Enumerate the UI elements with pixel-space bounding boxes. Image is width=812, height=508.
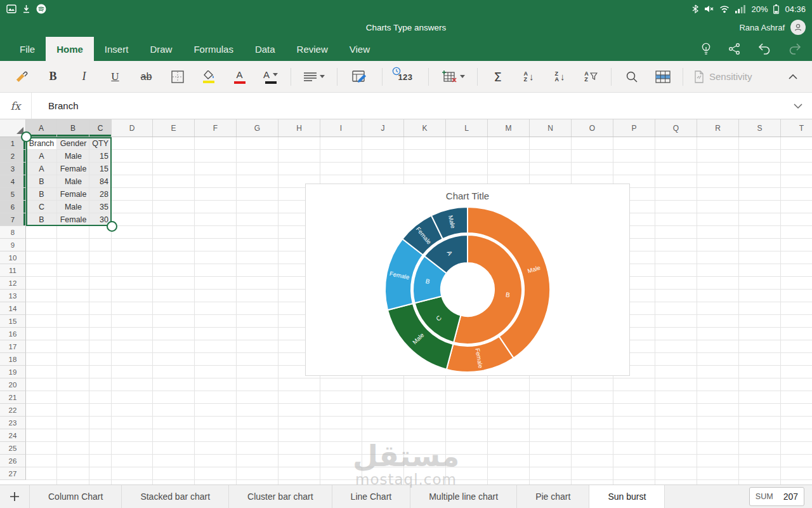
format-painter-button[interactable] [6, 61, 37, 93]
bold-button[interactable]: B [37, 61, 69, 93]
row-header-12[interactable]: 12 [0, 277, 26, 290]
column-header-S[interactable]: S [739, 119, 781, 137]
row-header-16[interactable]: 16 [0, 328, 26, 340]
formula-input[interactable]: Branch [32, 100, 784, 111]
row-header-3[interactable]: 3 [0, 163, 26, 175]
undo-icon[interactable] [757, 43, 771, 55]
ribbon-tab-formulas[interactable]: Formulas [183, 37, 244, 61]
row-header-27[interactable]: 27 [0, 467, 26, 480]
cell-styles-button[interactable] [342, 61, 377, 93]
home-toolbar: B I U ab A A [0, 61, 812, 93]
ribbon-tab-home[interactable]: Home [46, 37, 94, 61]
account-chip[interactable]: Rana Ashraf [739, 18, 806, 37]
sheet-tab-stacked-bar-chart[interactable]: Stacked bar chart [121, 485, 228, 508]
spreadsheet-grid[interactable]: BranchGenderQTYAMale15AFemale15BMale84BF… [0, 119, 812, 485]
column-header-C[interactable]: C [89, 119, 112, 137]
column-header-D[interactable]: D [112, 119, 153, 137]
underline-button[interactable]: U [100, 61, 131, 93]
sheet-tab-sun-burst[interactable]: Sun burst [589, 485, 665, 508]
ribbon-tab-file[interactable]: File [9, 37, 46, 61]
freeze-panes-button[interactable] [647, 61, 678, 93]
selection-handle-top-left[interactable] [21, 131, 32, 142]
sheet-tab-cluster-bar-chart[interactable]: Cluster bar chart [228, 485, 331, 508]
sunburst-chart-object[interactable]: Chart Title BMaleFemaleCMaleBFemaleAFema… [305, 184, 630, 376]
ribbon-tab-draw[interactable]: Draw [139, 37, 183, 61]
autosum-button[interactable]: Σ [482, 61, 513, 93]
row-header-26[interactable]: 26 [0, 455, 26, 467]
row-header-21[interactable]: 21 [0, 391, 26, 404]
collapse-ribbon-button[interactable] [780, 74, 806, 79]
selection-handle-bottom-right[interactable] [107, 221, 117, 232]
fill-color-button[interactable] [193, 61, 224, 93]
row-header-24[interactable]: 24 [0, 429, 26, 442]
insert-delete-cells-button[interactable] [433, 61, 473, 93]
add-sheet-button[interactable] [0, 485, 29, 508]
row-header-2[interactable]: 2 [0, 150, 26, 163]
row-header-9[interactable]: 9 [0, 239, 26, 251]
italic-button[interactable]: I [69, 61, 100, 93]
row-header-25[interactable]: 25 [0, 442, 26, 455]
column-header-O[interactable]: O [572, 119, 613, 137]
sort-filter-button[interactable]: AZ [575, 61, 606, 93]
column-header-J[interactable]: J [362, 119, 404, 137]
row-header-19[interactable]: 19 [0, 366, 26, 378]
sheet-tab-column-chart[interactable]: Column Chart [29, 485, 121, 508]
row-header-22[interactable]: 22 [0, 404, 26, 417]
search-button[interactable] [616, 61, 647, 93]
column-header-R[interactable]: R [697, 119, 739, 137]
row-header-10[interactable]: 10 [0, 251, 26, 264]
row-header-15[interactable]: 15 [0, 315, 26, 328]
grid-column-E [153, 137, 195, 485]
sheet-tab-line-chart[interactable]: Line Chart [332, 485, 410, 508]
borders-button[interactable] [162, 61, 193, 93]
font-color-button[interactable]: A [255, 61, 286, 93]
sheet-tab-multiple-line-chart[interactable]: Multiple line chart [410, 485, 516, 508]
column-header-row: ABCDEFGHIJKLMNOPQRST [0, 119, 812, 137]
ribbon-tab-view[interactable]: View [339, 37, 381, 61]
strikethrough-button[interactable]: ab [131, 61, 162, 93]
grid-column-F [195, 137, 237, 485]
row-header-8[interactable]: 8 [0, 226, 26, 239]
column-header-G[interactable]: G [237, 119, 278, 137]
column-header-E[interactable]: E [153, 119, 195, 137]
ribbon-tab-insert[interactable]: Insert [94, 37, 140, 61]
row-header-6[interactable]: 6 [0, 201, 26, 213]
sheet-tab-pie-chart[interactable]: Pie chart [516, 485, 589, 508]
row-header-11[interactable]: 11 [0, 264, 26, 277]
toolbar-separator [291, 68, 291, 86]
column-header-T[interactable]: T [781, 119, 812, 137]
ribbon-tab-data[interactable]: Data [244, 37, 286, 61]
sort-descending-button[interactable]: ZA ↓ [544, 61, 575, 93]
ribbon-tab-review[interactable]: Review [286, 37, 339, 61]
sheet-tab-bar: Column ChartStacked bar chartCluster bar… [0, 485, 812, 508]
row-header-13[interactable]: 13 [0, 290, 26, 302]
column-header-I[interactable]: I [320, 119, 362, 137]
alignment-button[interactable] [296, 61, 332, 93]
row-header-7[interactable]: 7 [0, 213, 26, 226]
column-header-F[interactable]: F [195, 119, 237, 137]
column-header-M[interactable]: M [488, 119, 530, 137]
row-header-18[interactable]: 18 [0, 353, 26, 366]
row-header-23[interactable]: 23 [0, 417, 26, 429]
sort-ascending-button[interactable]: AZ ↓ [513, 61, 544, 93]
expand-formula-bar-button[interactable] [784, 104, 812, 109]
row-header-20[interactable]: 20 [0, 378, 26, 391]
column-header-H[interactable]: H [278, 119, 320, 137]
column-header-L[interactable]: L [446, 119, 488, 137]
aggregate-sum-box[interactable]: SUM 207 [749, 487, 804, 506]
number-format-button[interactable]: 123 [387, 61, 424, 93]
column-header-Q[interactable]: Q [655, 119, 697, 137]
tell-me-lightbulb-icon[interactable] [700, 42, 712, 56]
column-header-B[interactable]: B [57, 119, 89, 137]
column-header-K[interactable]: K [404, 119, 446, 137]
fill-color-swatch [203, 81, 214, 83]
row-header-4[interactable]: 4 [0, 175, 26, 188]
sum-value: 207 [783, 491, 798, 502]
row-header-14[interactable]: 14 [0, 302, 26, 315]
font-color-red-button[interactable]: A [224, 61, 255, 93]
column-header-N[interactable]: N [530, 119, 572, 137]
row-header-5[interactable]: 5 [0, 188, 26, 201]
share-icon[interactable] [728, 43, 741, 55]
column-header-P[interactable]: P [613, 119, 655, 137]
row-header-17[interactable]: 17 [0, 340, 26, 353]
